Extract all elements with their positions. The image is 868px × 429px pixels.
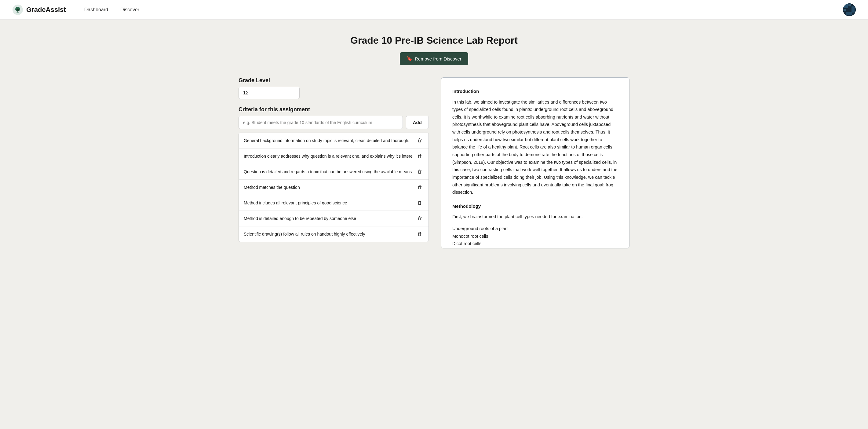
criteria-add-row: Add <box>239 116 429 129</box>
doc-list-item: Dicot root cells <box>452 240 618 247</box>
svg-point-1 <box>17 11 19 13</box>
criteria-item-text: Introduction clearly addresses why quest… <box>244 154 416 159</box>
logo-text: GradeAssist <box>26 6 66 14</box>
two-col-layout: Grade Level Criteria for this assignment… <box>239 77 629 248</box>
document-preview[interactable]: Introduction In this lab, we aimed to in… <box>441 77 629 248</box>
delete-criteria-button[interactable]: 🗑 <box>416 200 424 206</box>
criteria-item-text: Method matches the question <box>244 185 416 190</box>
criteria-item: Scientific drawing(s) follow all rules o… <box>239 226 429 242</box>
logo[interactable]: GradeAssist <box>12 4 66 15</box>
criteria-item: Question is detailed and regards a topic… <box>239 164 429 180</box>
criteria-item: General background information on study … <box>239 133 429 149</box>
svg-rect-7 <box>851 6 855 12</box>
bookmark-icon: 🔖 <box>406 56 412 61</box>
navbar-links: Dashboard Discover <box>84 7 843 12</box>
delete-criteria-button[interactable]: 🗑 <box>416 215 424 222</box>
criteria-section: Criteria for this assignment Add General… <box>239 106 429 242</box>
criteria-input[interactable] <box>239 116 403 129</box>
delete-criteria-button[interactable]: 🗑 <box>416 231 424 238</box>
add-criteria-button[interactable]: Add <box>406 116 429 129</box>
delete-criteria-button[interactable]: 🗑 <box>416 184 424 191</box>
criteria-item: Method is detailed enough to be repeated… <box>239 211 429 226</box>
page-title: Grade 10 Pre-IB Science Lab Report <box>239 35 629 46</box>
avatar-image <box>843 3 856 16</box>
left-column: Grade Level Criteria for this assignment… <box>239 77 429 242</box>
criteria-label: Criteria for this assignment <box>239 106 429 113</box>
navbar: GradeAssist Dashboard Discover <box>0 0 868 20</box>
remove-from-discover-button[interactable]: 🔖 Remove from Discover <box>400 52 468 65</box>
nav-discover[interactable]: Discover <box>120 7 139 12</box>
criteria-item: Introduction clearly addresses why quest… <box>239 149 429 164</box>
svg-rect-8 <box>846 12 852 15</box>
grade-level-input[interactable] <box>239 87 300 99</box>
svg-rect-5 <box>848 4 851 6</box>
main-content: Grade 10 Pre-IB Science Lab Report 🔖 Rem… <box>220 20 648 261</box>
criteria-list: General background information on study … <box>239 133 429 242</box>
doc-methodology-title: Methodology <box>452 202 618 210</box>
remove-btn-label: Remove from Discover <box>415 56 462 61</box>
doc-list-item: Grass root cells <box>452 247 618 248</box>
criteria-item-text: Question is detailed and regards a topic… <box>244 169 416 174</box>
avatar[interactable] <box>843 3 856 16</box>
nav-dashboard[interactable]: Dashboard <box>84 7 108 12</box>
criteria-item: Method matches the question 🗑 <box>239 180 429 195</box>
svg-rect-6 <box>843 9 846 11</box>
grade-level-section: Grade Level <box>239 77 429 99</box>
avatar-svg <box>843 3 856 16</box>
delete-criteria-button[interactable]: 🗑 <box>416 137 424 144</box>
delete-criteria-button[interactable]: 🗑 <box>416 153 424 159</box>
logo-icon <box>12 4 23 15</box>
criteria-item-text: Method includes all relevant principles … <box>244 201 416 205</box>
doc-intro-content: In this lab, we aimed to investigate the… <box>452 98 618 196</box>
criteria-item: Method includes all relevant principles … <box>239 195 429 211</box>
grade-level-label: Grade Level <box>239 77 429 84</box>
criteria-item-text: Scientific drawing(s) follow all rules o… <box>244 232 416 237</box>
criteria-item-text: Method is detailed enough to be repeated… <box>244 216 416 221</box>
doc-intro-title: Introduction <box>452 87 618 95</box>
doc-list-item: Underground roots of a plant <box>452 225 618 233</box>
svg-rect-4 <box>843 4 848 8</box>
doc-methodology-intro: First, we brainstormed the plant cell ty… <box>452 213 618 221</box>
doc-list-item: Monocot root cells <box>452 233 618 240</box>
criteria-item-text: General background information on study … <box>244 138 416 143</box>
delete-criteria-button[interactable]: 🗑 <box>416 168 424 175</box>
page-title-section: Grade 10 Pre-IB Science Lab Report 🔖 Rem… <box>239 35 629 65</box>
